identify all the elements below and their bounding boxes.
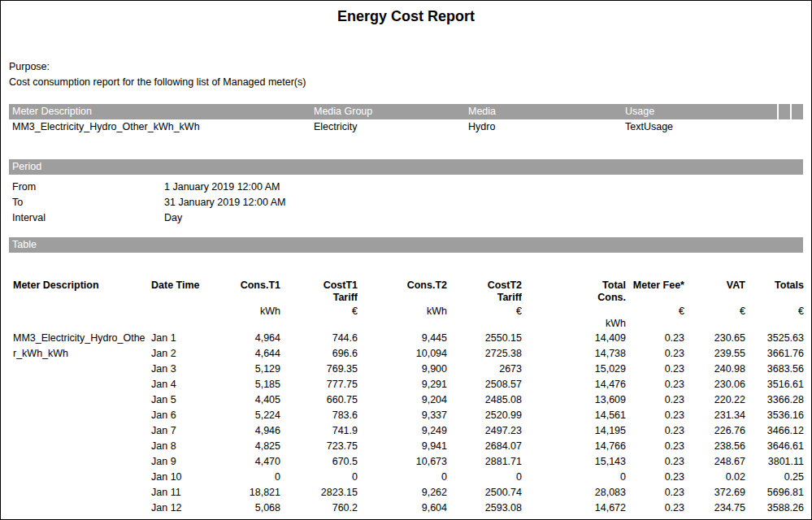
- purpose-label: Purpose:: [9, 59, 803, 75]
- value-cell: 2500.74: [447, 485, 522, 500]
- usage-value: TextUsage: [622, 119, 803, 135]
- period-to-row: To 31 January 2019 12:00 AM: [9, 195, 803, 210]
- value-cell: 783.6: [280, 408, 358, 423]
- value-cell: 3588.26: [745, 500, 804, 516]
- value-cell: 14,672: [522, 500, 626, 516]
- value-cell: 230.65: [684, 331, 745, 346]
- value-cell: 3366.28: [745, 392, 804, 408]
- column-unit: €: [745, 306, 804, 331]
- date-cell: Jan 12: [148, 500, 211, 516]
- value-cell: 5696.81: [745, 485, 804, 500]
- date-cell: Jan 3: [148, 362, 211, 377]
- value-cell: 9,941: [358, 439, 447, 454]
- purpose-text: Cost consumption report for the followin…: [9, 75, 803, 90]
- value-cell: 4,946: [211, 423, 280, 439]
- value-cell: 9,337: [358, 408, 447, 423]
- value-cell: 14,738: [522, 346, 626, 362]
- date-cell: Jan 8: [148, 439, 211, 454]
- value-cell: 723.75: [280, 439, 358, 454]
- value-cell: 2497.23: [447, 423, 522, 439]
- media-header: Media: [465, 104, 622, 119]
- value-cell: 9,249: [358, 423, 447, 439]
- date-cell: Jan 6: [148, 408, 211, 423]
- value-cell: 2508.57: [447, 377, 522, 392]
- value-cell: 0.23: [626, 392, 684, 408]
- column-unit: €: [684, 306, 745, 331]
- value-cell: 0.23: [626, 439, 684, 454]
- period-interval-row: Interval Day: [9, 210, 803, 226]
- date-cell: Jan 11: [148, 485, 211, 500]
- value-cell: 744.6: [280, 331, 358, 346]
- value-cell: 3801.11: [745, 454, 804, 470]
- value-cell: 28,083: [522, 485, 626, 500]
- value-cell: 0.23: [626, 408, 684, 423]
- column-unit: €: [447, 306, 522, 331]
- value-cell: 4,405: [211, 392, 280, 408]
- value-cell: 0.23: [626, 362, 684, 377]
- value-cell: 5,129: [211, 362, 280, 377]
- date-cell: Jan 2: [148, 346, 211, 362]
- value-cell: 3525.63: [745, 331, 804, 346]
- value-cell: 4,644: [211, 346, 280, 362]
- value-cell: 14,476: [522, 377, 626, 392]
- value-cell: 2673: [447, 362, 522, 377]
- value-cell: 0: [447, 470, 522, 485]
- value-cell: 3683.56: [745, 362, 804, 377]
- value-cell: 226.76: [684, 423, 745, 439]
- period-section-header: Period: [9, 159, 803, 175]
- value-cell: 18,821: [211, 485, 280, 500]
- column-header: CostT2 Tariff: [447, 280, 522, 306]
- value-cell: 248.67: [684, 454, 745, 470]
- value-cell: 3646.61: [745, 439, 804, 454]
- table-row: MM3_Electricity_Hydro_Other_kWh_kWhJan 1…: [10, 331, 804, 346]
- value-cell: 230.06: [684, 377, 745, 392]
- value-cell: 372.69: [684, 485, 745, 500]
- date-cell: Jan 7: [148, 423, 211, 439]
- value-cell: 0.23: [626, 423, 684, 439]
- report-page: Energy Cost Report Purpose: Cost consump…: [0, 0, 812, 520]
- cost-table-head: Meter DescriptionDate TimeCons.T1CostT1 …: [10, 280, 804, 331]
- column-header: Meter Fee*: [626, 280, 684, 306]
- value-cell: 0: [358, 470, 447, 485]
- value-cell: 0.23: [626, 454, 684, 470]
- value-cell: 2725.38: [447, 346, 522, 362]
- date-cell: Jan 5: [148, 392, 211, 408]
- value-cell: 769.35: [280, 362, 358, 377]
- value-cell: 13,609: [522, 392, 626, 408]
- value-cell: 3661.76: [745, 346, 804, 362]
- date-cell: Jan 10: [148, 470, 211, 485]
- meter-description-value: MM3_Electricity_Hydro_Other_kWh_kWh: [9, 119, 310, 135]
- meter-description-header: Meter Description: [9, 104, 310, 119]
- value-cell: 10,673: [358, 454, 447, 470]
- period-fields: From 1 January 2019 12:00 AM To 31 Janua…: [9, 180, 803, 226]
- column-unit: kWh: [358, 306, 447, 331]
- value-cell: 2485.08: [447, 392, 522, 408]
- column-unit: kWh: [522, 306, 626, 331]
- value-cell: 777.75: [280, 377, 358, 392]
- value-cell: 2593.08: [447, 500, 522, 516]
- value-cell: 9,604: [358, 500, 447, 516]
- date-cell: Jan 1: [148, 331, 211, 346]
- value-cell: 9,204: [358, 392, 447, 408]
- purpose-section: Purpose: Cost consumption report for the…: [9, 59, 803, 90]
- value-cell: 2684.07: [447, 439, 522, 454]
- value-cell: 2823.15: [280, 485, 358, 500]
- value-cell: 0.23: [626, 500, 684, 516]
- value-cell: 14,766: [522, 439, 626, 454]
- value-cell: 9,900: [358, 362, 447, 377]
- value-cell: 15,029: [522, 362, 626, 377]
- value-cell: 5,224: [211, 408, 280, 423]
- meter-header-spacer: [790, 104, 803, 119]
- value-cell: 0.23: [626, 377, 684, 392]
- value-cell: 14,409: [522, 331, 626, 346]
- column-unit: [10, 306, 148, 331]
- value-cell: 5,185: [211, 377, 280, 392]
- value-cell: 4,825: [211, 439, 280, 454]
- column-header: Total Cons.: [522, 280, 626, 306]
- interval-value: Day: [164, 210, 182, 226]
- cost-table: Meter DescriptionDate TimeCons.T1CostT1 …: [10, 280, 804, 516]
- value-cell: 741.9: [280, 423, 358, 439]
- value-cell: 3516.61: [745, 377, 804, 392]
- column-unit: [148, 306, 211, 331]
- date-cell: Jan 9: [148, 454, 211, 470]
